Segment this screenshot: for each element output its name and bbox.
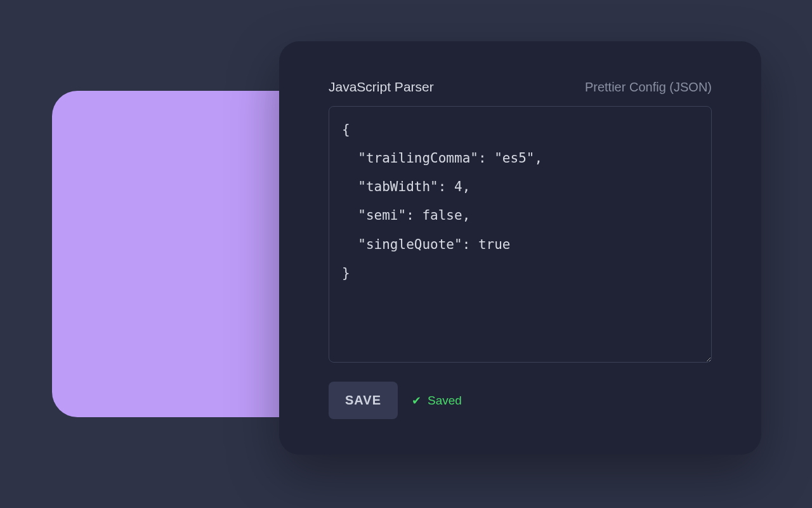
save-button[interactable]: SAVE <box>329 382 398 419</box>
editor-footer: SAVE ✔ Saved <box>329 382 712 419</box>
check-icon: ✔ <box>412 394 421 408</box>
config-editor-card: JavaScript Parser Prettier Config (JSON)… <box>279 41 761 455</box>
editor-header: JavaScript Parser Prettier Config (JSON) <box>329 79 712 95</box>
editor-title: JavaScript Parser <box>329 79 434 95</box>
save-status-text: Saved <box>428 394 462 408</box>
editor-subtitle: Prettier Config (JSON) <box>585 80 712 95</box>
config-textarea[interactable] <box>329 106 712 363</box>
save-status: ✔ Saved <box>412 394 462 408</box>
